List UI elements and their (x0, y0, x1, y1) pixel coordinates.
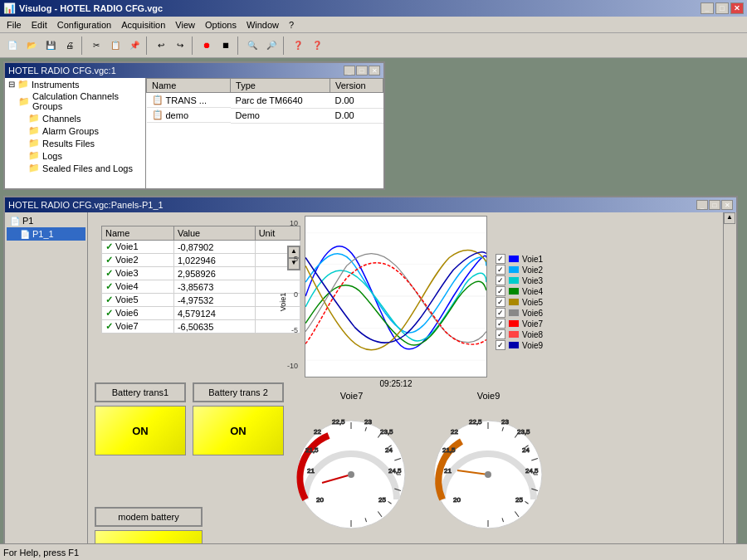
help2-btn[interactable]: ❓ (308, 37, 326, 55)
copy-btn[interactable]: 📋 (106, 37, 124, 55)
zoom-in-btn[interactable]: 🔍 (243, 37, 261, 55)
sep3 (192, 37, 195, 55)
file-browser-titlebar: HOTEL RADIO CFG.vgc:1 _ □ ✕ (5, 63, 383, 78)
tree-logs[interactable]: 📁 Logs (5, 149, 145, 162)
panel-vscroll[interactable]: ▲ ▼ (723, 212, 736, 560)
record-btn[interactable]: ⏺ (198, 37, 216, 55)
modem-battery-btn[interactable]: modem battery (95, 507, 203, 527)
tree-alarm-groups[interactable]: 📁 Alarm Groups (5, 124, 145, 137)
menu-window[interactable]: Window (242, 18, 284, 32)
paste-btn[interactable]: 📌 (125, 37, 144, 55)
toolbar: 📄 📂 💾 🖨 ✂ 📋 📌 ↩ ↪ ⏺ ⏹ 🔍 🔎 ❓ ❓ (0, 33, 747, 58)
voie3-value: 2,958926 (173, 267, 255, 280)
svg-text:23: 23 (364, 418, 372, 426)
tree-sealed[interactable]: 📁 Sealed Files and Logs (5, 162, 145, 174)
legend-voie7: ✓ Voie7 (496, 319, 543, 329)
print-btn[interactable]: 🖨 (61, 37, 79, 55)
check1: ✓ (105, 241, 113, 251)
legend-voie6: ✓ Voie6 (496, 308, 543, 318)
legend-color-2 (508, 265, 520, 274)
check5: ✓ (105, 295, 113, 304)
panel-main: Name Value Unit ✓ Voie1 -0,87902 (88, 212, 736, 560)
stop-btn[interactable]: ⏹ (217, 37, 235, 55)
legend-voie3: ✓ Voie3 (496, 275, 543, 285)
table-row[interactable]: 📋demo Demo D.00 (147, 108, 383, 123)
tree-p1-1[interactable]: 📄 P1_1 (7, 227, 85, 241)
maximize-btn[interactable]: □ (715, 2, 729, 14)
app-title: Visulog - HOTEL RADIO CFG.vgc (19, 3, 163, 13)
panel-minimize[interactable]: _ (696, 200, 708, 210)
battery-trans2-btn[interactable]: Battery trans 2 (193, 382, 284, 402)
save-btn[interactable]: 💾 (42, 37, 60, 55)
legend-check-9[interactable]: ✓ (496, 340, 505, 350)
tree-instruments[interactable]: ⊟ 📁 Instruments (5, 78, 145, 90)
y-neg5: -5 (291, 326, 298, 334)
chart-time: 09:25:12 (305, 379, 487, 388)
panel-close[interactable]: ✕ (721, 200, 733, 210)
redo-btn[interactable]: ↪ (171, 37, 189, 55)
legend-check-3[interactable]: ✓ (496, 275, 505, 285)
close-btn[interactable]: ✕ (730, 2, 744, 14)
cut-btn[interactable]: ✂ (87, 37, 105, 55)
fb-maximize[interactable]: □ (356, 66, 368, 75)
menu-configuration[interactable]: Configuration (52, 18, 116, 32)
voie-col-name: Name (102, 226, 174, 241)
table-row[interactable]: 📋TRANS ... Parc de TM6640 D.00 (147, 93, 383, 109)
voie-row-6[interactable]: ✓ Voie6 4,579124 (102, 307, 300, 320)
undo-btn[interactable]: ↩ (152, 37, 170, 55)
legend-color-8 (508, 330, 520, 338)
zoom-out-btn[interactable]: 🔎 (262, 37, 281, 55)
vscroll-up[interactable]: ▲ (724, 212, 735, 224)
voie-row-7[interactable]: ✓ Voie7 -6,50635 (102, 320, 300, 334)
open-btn[interactable]: 📂 (22, 37, 41, 55)
titlebar-controls: _ □ ✕ (701, 2, 744, 14)
menu-view[interactable]: View (170, 18, 200, 32)
voie-row-2[interactable]: ✓ Voie2 1,022946 (102, 254, 300, 267)
fb-close[interactable]: ✕ (369, 66, 380, 75)
tree-p1[interactable]: 📄 P1 (7, 214, 85, 227)
chart-y-label: Voie1 (279, 293, 287, 312)
svg-text:22,5: 22,5 (332, 418, 345, 426)
menu-file[interactable]: File (2, 18, 27, 32)
svg-text:22,5: 22,5 (469, 418, 482, 426)
file-browser-controls: _ □ ✕ (344, 66, 380, 75)
legend-check-2[interactable]: ✓ (496, 265, 505, 275)
legend-check-8[interactable]: ✓ (496, 329, 505, 339)
y-max: 10 (290, 219, 298, 227)
menu-help[interactable]: ? (284, 18, 299, 32)
voie-row-1[interactable]: ✓ Voie1 -0,87902 (102, 241, 300, 254)
tree-channels[interactable]: 📁 Channels (5, 112, 145, 124)
voie-row-3[interactable]: ✓ Voie3 2,958926 (102, 267, 300, 280)
col-version: Version (330, 79, 383, 93)
minimize-btn[interactable]: _ (701, 2, 714, 14)
panel-maximize[interactable]: □ (709, 200, 720, 210)
svg-text:21,5: 21,5 (442, 446, 456, 454)
tree-calc-groups[interactable]: 📁 Calculation Channels Groups (5, 90, 145, 112)
sep2 (146, 37, 149, 55)
gauge-voie9: Voie9 20 21 (424, 391, 553, 533)
voie-row-4[interactable]: ✓ Voie4 -3,85673 (102, 280, 300, 294)
statusbar: For Help, press F1 (0, 543, 747, 560)
legend-check-1[interactable]: ✓ (496, 254, 505, 264)
legend-check-4[interactable]: ✓ (496, 286, 505, 296)
battery-trans1-btn[interactable]: Battery trans1 (95, 382, 186, 402)
legend-check-5[interactable]: ✓ (496, 297, 505, 307)
help-btn[interactable]: ❓ (289, 37, 307, 55)
new-btn[interactable]: 📄 (3, 37, 22, 55)
voie5-value: -4,97532 (173, 294, 255, 307)
menu-options[interactable]: Options (200, 18, 242, 32)
menu-acquisition[interactable]: Acquisition (116, 18, 170, 32)
voie-row-5[interactable]: ✓ Voie5 -4,97532 (102, 294, 300, 307)
chart-canvas (305, 216, 487, 377)
legend-check-6[interactable]: ✓ (496, 308, 505, 318)
fb-minimize[interactable]: _ (344, 66, 355, 75)
tree-results[interactable]: 📁 Results Files (5, 137, 145, 149)
file-browser-title: HOTEL RADIO CFG.vgc:1 (8, 66, 116, 75)
legend-color-3 (508, 276, 520, 285)
legend-check-7[interactable]: ✓ (496, 319, 505, 329)
menu-edit[interactable]: Edit (27, 18, 52, 32)
svg-text:24: 24 (522, 446, 530, 454)
panel-window: HOTEL RADIO CFG.vgc:Panels-P1_1 _ □ ✕ 📄 … (3, 196, 738, 560)
col-name: Name (147, 79, 231, 93)
svg-text:21,5: 21,5 (305, 446, 319, 454)
